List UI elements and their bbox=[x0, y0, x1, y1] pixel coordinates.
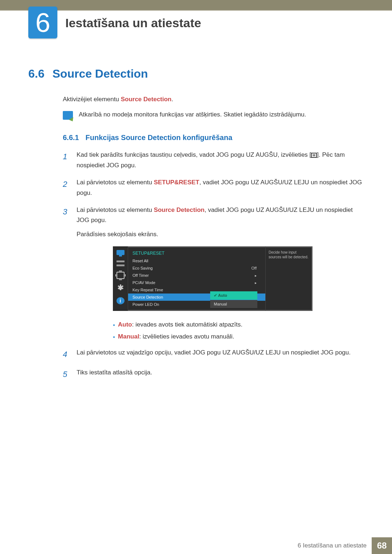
osd-help-panel: Decide how input sources will be detecte… bbox=[265, 246, 313, 311]
chapter-title: Iestatīšana un atiestate bbox=[65, 16, 201, 30]
section-number: 6.6 bbox=[28, 67, 44, 81]
resize-icon bbox=[117, 272, 124, 279]
step-body: Kad tiek parādīts funkcijas taustiņu ceļ… bbox=[77, 150, 367, 171]
osd-row-eco: Eco SavingOff bbox=[128, 264, 265, 272]
step3-text-a: Lai pārvietotos uz elementu bbox=[77, 206, 154, 213]
step-3: 3 Lai pārvietotos uz elementu Source Det… bbox=[63, 205, 367, 240]
bullet-text: : ievades avots tiek automātiski atpazīt… bbox=[132, 321, 242, 328]
chapter-number-badge: 6 bbox=[28, 7, 57, 38]
step2-keyword: SETUP&RESET bbox=[154, 179, 200, 186]
osd-label: Off Timer bbox=[132, 273, 255, 278]
step-number: 2 bbox=[63, 177, 70, 198]
step3-keyword: Source Detection bbox=[154, 206, 205, 213]
osd-main: SETUP&RESET Reset All Eco SavingOff Off … bbox=[128, 246, 265, 311]
step-body: Tiks iestatīta atlasītā opcija. bbox=[77, 368, 152, 381]
top-bar bbox=[0, 0, 392, 10]
bullet-manual: ●Manual: izvēlieties ievades avotu manuā… bbox=[113, 331, 367, 342]
step1-text-a: Kad tiek parādīts funkcijas taustiņu ceļ… bbox=[77, 151, 311, 158]
step-body: Lai pārvietotos uz elementu Source Detec… bbox=[77, 205, 367, 240]
step-number: 4 bbox=[63, 348, 70, 361]
osd-label: PC/AV Mode bbox=[132, 280, 255, 285]
section-title: Source Detection bbox=[52, 67, 148, 81]
step3-text-c: Parādīsies sekojošais ekrāns. bbox=[77, 231, 158, 238]
bullet-text: : izvēlieties ievades avotu manuāli. bbox=[139, 333, 234, 340]
note-text: Atkarībā no modeļa monitora funkcijas va… bbox=[79, 111, 306, 118]
chevron-right-icon: ▸ bbox=[255, 281, 261, 285]
osd-option-manual: Manual bbox=[210, 300, 257, 308]
intro-text: Aktivizējiet elementu Source Detection. bbox=[63, 96, 367, 103]
step-1: 1 Kad tiek parādīts funkcijas taustiņu c… bbox=[63, 150, 367, 171]
intro-prefix: Aktivizējiet elementu bbox=[63, 96, 121, 103]
bullet-auto: ●Auto: ievades avots tiek automātiski at… bbox=[113, 319, 367, 331]
osd-value: Off bbox=[252, 266, 261, 270]
page-number: 68 bbox=[372, 537, 392, 554]
gear-icon bbox=[117, 284, 124, 292]
osd-panel: i SETUP&RESET Reset All Eco SavingOff Of… bbox=[113, 246, 313, 311]
bullet-keyword: Manual bbox=[118, 333, 139, 340]
content-area: 6.6 Source Detection Aktivizējiet elemen… bbox=[28, 67, 367, 388]
osd-option-auto: Auto bbox=[210, 291, 257, 300]
step-4: 4 Lai pārvietotos uz vajadzīgo opciju, v… bbox=[63, 348, 367, 361]
monitor-icon bbox=[117, 250, 124, 255]
osd-row-offtimer: Off Timer▸ bbox=[128, 272, 265, 279]
osd-row-pcav: PC/AV Mode▸ bbox=[128, 279, 265, 286]
bullet-dot-icon: ● bbox=[113, 335, 118, 339]
step-body: Lai pārvietotos uz vajadzīgo opciju, vad… bbox=[77, 348, 351, 361]
bullet-list: ●Auto: ievades avots tiek automātiski at… bbox=[113, 319, 367, 342]
osd-label: Eco Saving bbox=[132, 266, 252, 270]
list-icon bbox=[117, 260, 124, 267]
subsection-heading: 6.6.1 Funkcijas Source Detection konfigu… bbox=[63, 134, 367, 142]
osd-sidebar: i bbox=[113, 246, 128, 311]
steps-list: 1 Kad tiek parādīts funkcijas taustiņu c… bbox=[63, 150, 367, 381]
note-icon bbox=[63, 111, 73, 120]
subsection-number: 6.6.1 bbox=[63, 134, 79, 142]
intro-keyword: Source Detection bbox=[121, 96, 172, 103]
footer-text: 6 Iestatīšana un atiestate bbox=[298, 542, 372, 549]
chevron-right-icon: ▸ bbox=[255, 274, 261, 278]
osd-row-reset: Reset All bbox=[128, 257, 265, 264]
osd-screenshot: i SETUP&RESET Reset All Eco SavingOff Of… bbox=[113, 246, 367, 311]
footer: 6 Iestatīšana un atiestate 68 bbox=[298, 537, 392, 554]
bullet-keyword: Auto bbox=[118, 321, 132, 328]
step-number: 5 bbox=[63, 368, 70, 381]
osd-header: SETUP&RESET bbox=[128, 249, 265, 257]
step-body: Lai pārvietotos uz elementu SETUP&RESET,… bbox=[77, 177, 367, 198]
osd-label: Reset All bbox=[132, 259, 261, 263]
note-row: Atkarībā no modeļa monitora funkcijas va… bbox=[63, 111, 367, 120]
intro-suffix: . bbox=[172, 96, 173, 103]
step2-text-a: Lai pārvietotos uz elementu bbox=[77, 179, 154, 186]
section-heading: 6.6 Source Detection bbox=[28, 67, 367, 81]
info-icon: i bbox=[117, 297, 124, 304]
step-2: 2 Lai pārvietotos uz elementu SETUP&RESE… bbox=[63, 177, 367, 198]
step-number: 1 bbox=[63, 150, 70, 171]
subsection-title: Funkcijas Source Detection konfigurēšana bbox=[85, 134, 232, 142]
osd-submenu: Auto Manual bbox=[210, 291, 257, 308]
step-number: 3 bbox=[63, 205, 70, 240]
bullet-dot-icon: ● bbox=[113, 323, 118, 327]
menu-icon bbox=[311, 153, 317, 158]
step-5: 5 Tiks iestatīta atlasītā opcija. bbox=[63, 368, 367, 381]
